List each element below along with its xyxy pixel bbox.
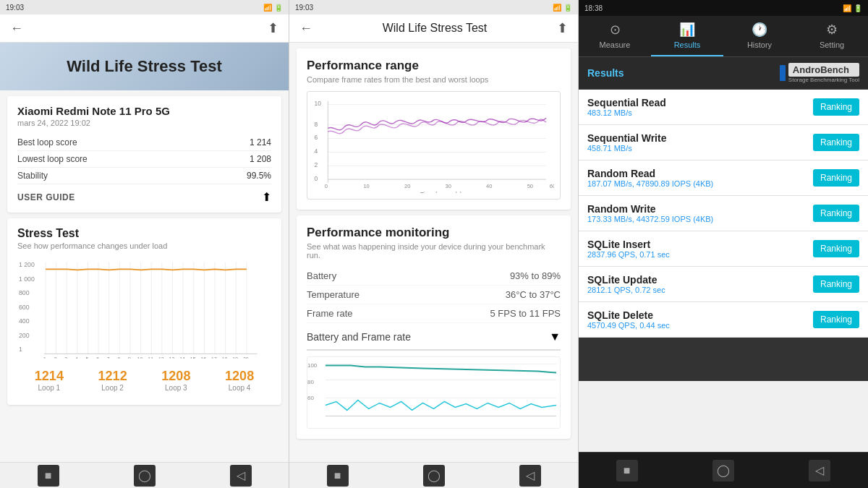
chevron-down-icon: ▼: [549, 330, 561, 343]
loop-1-label: Loop 1: [35, 384, 64, 392]
nav-circle-3[interactable]: ◯: [712, 460, 734, 481]
panel-1: 19:03 📶 🔋 ← ⬆ Wild Life Stress Test Xiao…: [0, 0, 289, 488]
bench-info-rand-write: Random Write 173.33 MB/s, 44372.59 IOPS …: [587, 203, 813, 223]
mini-chart: 100 80 60: [307, 356, 561, 429]
bottom-nav-3: ■ ◯ ◁: [579, 452, 868, 488]
nav-back-3[interactable]: ◁: [809, 460, 830, 481]
dropdown-text: Battery and Frame rate: [307, 331, 411, 343]
ranking-btn-seq-write[interactable]: Ranking: [813, 134, 859, 151]
loop-score-4: 1208 Loop 4: [225, 369, 254, 392]
loop-scores: 1214 Loop 1 1212 Loop 2 1208 Loop 3 1208…: [17, 364, 271, 396]
svg-text:60: 60: [307, 395, 314, 401]
svg-text:8: 8: [315, 121, 318, 128]
ranking-btn-rand-write[interactable]: Ranking: [813, 205, 859, 222]
svg-text:60: 60: [550, 183, 554, 189]
seq-read-sub: 483.12 MB/s: [587, 108, 813, 117]
svg-text:5: 5: [86, 356, 89, 359]
nav-circle-2[interactable]: ◯: [423, 465, 445, 487]
nav-square-2[interactable]: ■: [327, 465, 349, 487]
svg-text:15: 15: [190, 356, 196, 359]
svg-text:1 000: 1 000: [19, 275, 35, 283]
temp-label: Temperature: [307, 289, 359, 300]
temp-value: 36°C to 37°C: [506, 289, 561, 300]
nav-circle-1[interactable]: ◯: [134, 465, 156, 487]
monitoring-title: Performance monitoring: [307, 226, 561, 240]
sqlite-insert-sub: 2837.96 QPS, 0.71 sec: [587, 250, 813, 259]
svg-text:100: 100: [307, 362, 318, 369]
results-label: Results: [587, 67, 624, 79]
svg-text:20: 20: [404, 183, 410, 189]
svg-text:50: 50: [527, 183, 533, 189]
loop-3-value: 1208: [161, 369, 190, 384]
svg-text:10: 10: [363, 183, 369, 189]
nav-back-1[interactable]: ◁: [230, 465, 252, 487]
svg-text:14: 14: [179, 356, 185, 359]
bench-item-seq-read: Sequential Read 483.12 MB/s Ranking: [579, 90, 868, 125]
svg-text:30: 30: [446, 183, 451, 189]
svg-text:Time (seconds): Time (seconds): [420, 191, 462, 193]
bottom-nav-1: ■ ◯ ◁: [0, 462, 289, 488]
battery-value: 93% to 89%: [510, 270, 561, 281]
time-2: 19:03: [295, 4, 313, 12]
ab-blue-bar: [780, 65, 786, 81]
ranking-btn-sqlite-delete[interactable]: Ranking: [813, 311, 859, 328]
tab-results-label: Results: [674, 40, 701, 49]
share-icon-2[interactable]: ⬆: [262, 190, 271, 204]
ranking-btn-sqlite-update[interactable]: Ranking: [813, 275, 859, 293]
bench-info-sqlite-update: SQLite Update 2812.1 QPS, 0.72 sec: [587, 274, 813, 294]
svg-text:17: 17: [211, 356, 217, 359]
bench-item-rand-read: Random Read 187.07 MB/s, 47890.89 IOPS (…: [579, 160, 868, 196]
ranking-btn-sqlite-insert[interactable]: Ranking: [813, 240, 859, 257]
best-loop-value: 1 214: [250, 137, 271, 147]
user-guide-text[interactable]: USER GUIDE: [17, 192, 75, 202]
svg-text:4: 4: [75, 356, 78, 359]
nav-square-3[interactable]: ■: [616, 460, 638, 481]
setting-icon: ⚙: [826, 22, 838, 38]
ranking-btn-seq-read[interactable]: Ranking: [813, 98, 859, 116]
perf-range-chart: 10 8 6 4 2 0 Frame rate: [307, 91, 561, 200]
svg-text:18: 18: [222, 356, 228, 359]
stability-value: 99.5%: [247, 171, 271, 181]
perf-range-card: Performance range Compare frame rates fr…: [297, 48, 571, 210]
share-icon-3[interactable]: ⬆: [557, 20, 568, 36]
share-icon-1[interactable]: ⬆: [268, 20, 278, 36]
results-header: Results AndroBench Storage Benchmarking …: [579, 57, 868, 90]
nav-square-1[interactable]: ■: [38, 465, 59, 487]
loop-score-2: 1212 Loop 2: [98, 369, 127, 392]
nav-back-2[interactable]: ◁: [519, 465, 541, 487]
tab-results[interactable]: 📊 Results: [651, 16, 723, 56]
dropdown-row[interactable]: Battery and Frame rate ▼: [307, 330, 561, 351]
tab-history-label: History: [747, 40, 772, 49]
seq-write-name: Sequential Write: [587, 132, 813, 144]
tab-setting[interactable]: ⚙ Setting: [796, 16, 868, 56]
loop-2-label: Loop 2: [98, 384, 127, 392]
back-icon-2[interactable]: ←: [299, 21, 312, 36]
rand-read-name: Random Read: [587, 168, 813, 179]
hero-section: Wild Life Stress Test: [0, 43, 289, 90]
svg-text:11: 11: [148, 356, 153, 359]
tab-measure[interactable]: ⊙ Measure: [579, 16, 651, 56]
bench-list: Sequential Read 483.12 MB/s Ranking Sequ…: [579, 90, 868, 452]
back-icon-1[interactable]: ←: [10, 21, 23, 36]
stability-label: Stability: [17, 171, 48, 181]
tab-history[interactable]: 🕐 History: [723, 16, 796, 56]
svg-text:200: 200: [19, 332, 30, 339]
panel-2: 19:03 📶 🔋 ← Wild Life Stress Test ⬆ Perf…: [289, 0, 579, 488]
sqlite-delete-sub: 4570.49 QPS, 0.44 sec: [587, 321, 813, 330]
icons-3: 📶 🔋: [843, 4, 862, 12]
hero-title: Wild Life Stress Test: [14, 57, 274, 76]
status-bar-2: 19:03 📶 🔋: [289, 0, 578, 14]
panel2-title: Wild Life Stress Test: [320, 22, 550, 35]
result-card: Xiaomi Redmi Note 11 Pro 5G mars 24, 202…: [7, 96, 281, 213]
svg-text:2: 2: [54, 356, 57, 359]
time-3: 18:38: [584, 4, 603, 12]
top-nav-1: ← ⬆: [0, 14, 289, 43]
metric-stability: Stability 99.5%: [17, 168, 271, 184]
ranking-btn-rand-read[interactable]: Ranking: [813, 169, 859, 187]
stress-card: Stress Test See how performance changes …: [7, 218, 281, 405]
svg-text:16: 16: [200, 356, 206, 359]
device-date: mars 24, 2022 19:02: [17, 119, 271, 127]
icons-1: 📶 🔋: [263, 4, 283, 12]
svg-text:1 200: 1 200: [19, 261, 35, 268]
framerate-row: Frame rate 5 FPS to 11 FPS: [307, 304, 561, 323]
